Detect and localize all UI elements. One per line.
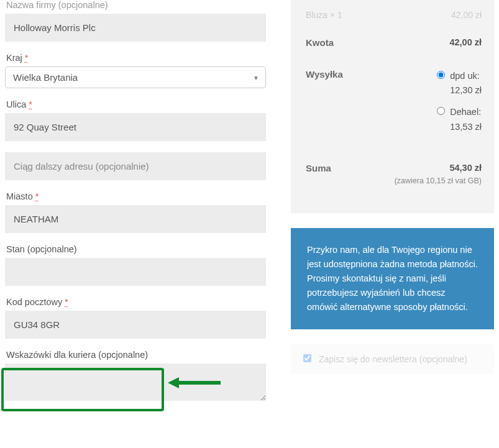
shipping-option-label: dpd uk: 12,30 zł (450, 69, 482, 98)
courier-notes-label: Wskazówki dla kuriera (opcjonalne) (5, 350, 266, 360)
shipping-radio-dpd[interactable] (437, 71, 445, 79)
order-summary: Bluza × 1 42,00 zł Kwota 42,00 zł Wysyłk… (291, 0, 494, 213)
shipping-row: Wysyłka dpd uk: 12,30 zł Dehael: 13,5 (306, 60, 482, 150)
street-label: Ulica * (5, 99, 266, 109)
city-input[interactable] (5, 205, 266, 233)
order-summary-column: Bluza × 1 42,00 zł Kwota 42,00 zł Wysyłk… (291, 0, 494, 414)
shipping-label: Wysyłka (306, 69, 343, 80)
state-input[interactable] (5, 258, 266, 286)
required-mark: * (29, 99, 32, 109)
state-group: Stan (opcjonalne) (5, 244, 266, 286)
shipping-option-dpd[interactable]: dpd uk: 12,30 zł (437, 69, 482, 98)
payment-warning: Przykro nam, ale dla Twojego regionu nie… (291, 228, 494, 330)
street-group: Ulica * (5, 99, 266, 141)
chevron-down-icon: ▼ (253, 74, 259, 81)
item-price: 42,00 zł (451, 10, 482, 20)
total-value: 54,30 zł (zawiera 10,15 zł vat GB) (395, 163, 482, 187)
postcode-label: Kod pocztowy * (5, 297, 266, 307)
required-mark: * (35, 191, 39, 201)
shipping-radio-dehael[interactable] (437, 107, 445, 115)
subtotal-label: Kwota (306, 37, 334, 48)
courier-notes-group: Wskazówki dla kuriera (opcjonalne) (5, 350, 266, 403)
billing-form: Nazwa firmy (opcjonalne) Kraj * Wielka B… (5, 0, 266, 414)
subtotal-row: Kwota 42,00 zł (306, 29, 482, 57)
street-input[interactable] (5, 113, 266, 141)
state-label: Stan (opcjonalne) (5, 244, 266, 254)
total-label: Suma (306, 163, 331, 173)
item-name: Bluza × 1 (306, 10, 342, 20)
subtotal-value: 42,00 zł (449, 37, 482, 47)
ship1-name: dpd uk: (450, 71, 480, 81)
country-value: Wielka Brytania (13, 72, 78, 83)
courier-notes-input[interactable] (5, 363, 266, 401)
line-item: Bluza × 1 42,00 zł (306, 10, 482, 25)
shipping-options: dpd uk: 12,30 zł Dehael: 13,53 zł (437, 69, 482, 142)
street2-group (5, 152, 266, 180)
vat-note: (zawiera 10,15 zł vat GB) (395, 175, 482, 187)
country-label-text: Kraj (6, 53, 22, 63)
required-mark: * (65, 297, 68, 307)
shipping-option-dehael[interactable]: Dehael: 13,53 zł (437, 105, 482, 134)
total-row: Suma 54,30 zł (zawiera 10,15 zł vat GB) (306, 154, 482, 196)
company-input[interactable] (5, 14, 266, 42)
postcode-input[interactable] (5, 311, 266, 339)
ship2-name: Dehael: (450, 107, 481, 117)
postcode-group: Kod pocztowy * (5, 297, 266, 339)
postcode-label-text: Kod pocztowy (6, 297, 62, 307)
total-amount: 54,30 zł (449, 163, 482, 173)
company-group: Nazwa firmy (opcjonalne) (5, 0, 266, 42)
city-label: Miasto * (5, 191, 266, 201)
payment-warning-text: Przykro nam, ale dla Twojego regionu nie… (307, 245, 478, 313)
street-label-text: Ulica (6, 99, 26, 109)
ship2-price: 13,53 zł (450, 122, 482, 132)
country-group: Kraj * Wielka Brytania ▼ (5, 53, 266, 88)
newsletter-label: Zapisz się do newslettera (opcjonalne) (319, 354, 467, 364)
required-mark: * (25, 53, 29, 63)
company-label: Nazwa firmy (opcjonalne) (5, 0, 266, 10)
country-label: Kraj * (5, 53, 266, 63)
country-select[interactable]: Wielka Brytania ▼ (5, 66, 266, 88)
ship1-price: 12,30 zł (450, 85, 482, 95)
newsletter-optin: Zapisz się do newslettera (opcjonalne) (291, 344, 494, 374)
city-label-text: Miasto (6, 191, 33, 201)
newsletter-checkbox[interactable] (303, 354, 311, 362)
city-group: Miasto * (5, 191, 266, 233)
street2-input[interactable] (5, 152, 266, 180)
shipping-option-label: Dehael: 13,53 zł (450, 105, 482, 134)
